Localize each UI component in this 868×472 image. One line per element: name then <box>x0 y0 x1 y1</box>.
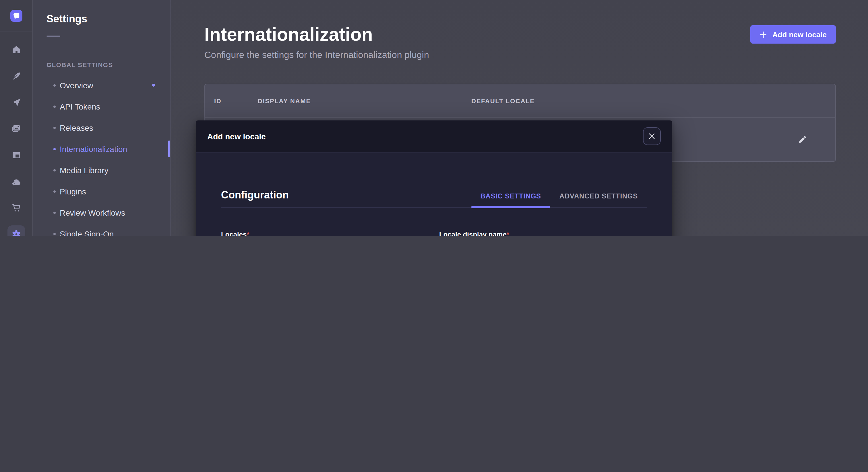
bullet-icon <box>53 233 56 235</box>
display-name-field-group: Locale display name* Locale will be disp… <box>439 231 647 236</box>
sidebar-item-overview[interactable]: Overview <box>46 74 170 96</box>
bullet-icon <box>53 105 56 107</box>
settings-gear-icon-active[interactable] <box>0 221 32 236</box>
add-new-locale-button[interactable]: Add new locale <box>751 25 836 43</box>
sidebar-item-label: Single Sign-On <box>60 229 114 236</box>
cloud-deploy-icon[interactable] <box>0 168 32 194</box>
locales-field-group: Locales* French (fr) <box>221 231 429 236</box>
add-locale-modal: Add new locale Configuration BASIC SETTI… <box>196 121 672 236</box>
modal-close-button[interactable] <box>643 127 661 145</box>
modal-header: Add new locale <box>196 121 672 153</box>
sidebar-item-plugins[interactable]: Plugins <box>46 181 170 202</box>
column-header-display-name: DISPLAY NAME <box>258 97 471 104</box>
close-icon <box>649 133 655 139</box>
configuration-title: Configuration <box>221 189 289 207</box>
strapi-logo-icon[interactable] <box>10 10 22 22</box>
sidebar-item-label: Review Workflows <box>60 208 125 217</box>
releases-send-icon[interactable] <box>0 89 32 115</box>
sidebar-item-label: Releases <box>60 123 93 132</box>
sidebar-item-single-sign-on[interactable]: Single Sign-On <box>46 223 170 236</box>
screen: KD Settings GLOBAL SETTINGS Overview API… <box>0 0 868 236</box>
bullet-icon <box>53 211 56 214</box>
modal-title: Add new locale <box>207 132 266 141</box>
sidebar-item-internationalization[interactable]: Internationalization <box>46 138 170 160</box>
content-manager-icon[interactable] <box>0 142 32 168</box>
bullet-icon <box>53 127 56 129</box>
logo-area <box>0 0 32 32</box>
subnav-title: Settings <box>46 11 170 26</box>
sidebar-item-label: API Tokens <box>60 102 100 111</box>
display-name-label: Locale display name* <box>439 231 647 236</box>
tab-advanced-settings[interactable]: ADVANCED SETTINGS <box>550 192 647 207</box>
subnav-title-divider <box>46 36 60 37</box>
page-title: Internationalization <box>205 23 429 46</box>
media-library-icon[interactable] <box>0 115 32 142</box>
edit-locale-button[interactable] <box>796 133 809 146</box>
configuration-header-row: Configuration BASIC SETTINGS ADVANCED SE… <box>221 189 647 208</box>
section-label-global-settings: GLOBAL SETTINGS <box>46 61 170 69</box>
pencil-icon <box>798 135 807 144</box>
modal-body: Configuration BASIC SETTINGS ADVANCED SE… <box>196 153 672 236</box>
settings-tabs: BASIC SETTINGS ADVANCED SETTINGS <box>471 192 647 207</box>
bullet-icon <box>53 169 56 171</box>
marketplace-cart-icon[interactable] <box>0 194 32 221</box>
sidebar-item-releases[interactable]: Releases <box>46 117 170 138</box>
notification-dot <box>152 84 155 87</box>
page-header-text: Internationalization Configure the setti… <box>205 23 429 61</box>
sidebar-item-label: Overview <box>60 80 93 90</box>
add-new-locale-label: Add new locale <box>772 30 827 39</box>
modal-fields: Locales* French (fr) Locale display name… <box>221 231 647 236</box>
page-subtitle: Configure the settings for the Internati… <box>205 49 429 61</box>
main-nav-rail: KD <box>0 0 33 236</box>
sidebar-item-review-workflows[interactable]: Review Workflows <box>46 202 170 223</box>
sidebar-item-label: Plugins <box>60 187 86 196</box>
column-header-id: ID <box>214 97 258 104</box>
bullet-icon <box>53 84 56 86</box>
plus-icon <box>760 31 767 38</box>
settings-active-highlight <box>7 225 25 236</box>
sidebar-item-label: Media Library <box>60 165 108 175</box>
tab-basic-settings[interactable]: BASIC SETTINGS <box>471 192 550 207</box>
page-header: Internationalization Configure the setti… <box>205 23 836 61</box>
sidebar-item-api-tokens[interactable]: API Tokens <box>46 96 170 117</box>
settings-subnav: Settings GLOBAL SETTINGS Overview API To… <box>33 0 170 236</box>
column-header-default-locale: DEFAULT LOCALE <box>471 97 803 104</box>
sidebar-item-label: Internationalization <box>60 144 127 154</box>
home-icon[interactable] <box>0 36 32 63</box>
content-type-builder-icon[interactable] <box>0 63 32 89</box>
table-header-row: ID DISPLAY NAME DEFAULT LOCALE <box>205 84 835 117</box>
rail-icon-nav <box>0 32 32 236</box>
global-settings-list: Overview API Tokens Releases Internation… <box>46 74 170 236</box>
sidebar-item-media-library[interactable]: Media Library <box>46 160 170 181</box>
bullet-icon <box>53 190 56 193</box>
locales-label: Locales* <box>221 231 429 236</box>
required-asterisk: * <box>507 231 509 236</box>
required-asterisk: * <box>247 231 249 236</box>
bullet-icon <box>53 148 56 150</box>
